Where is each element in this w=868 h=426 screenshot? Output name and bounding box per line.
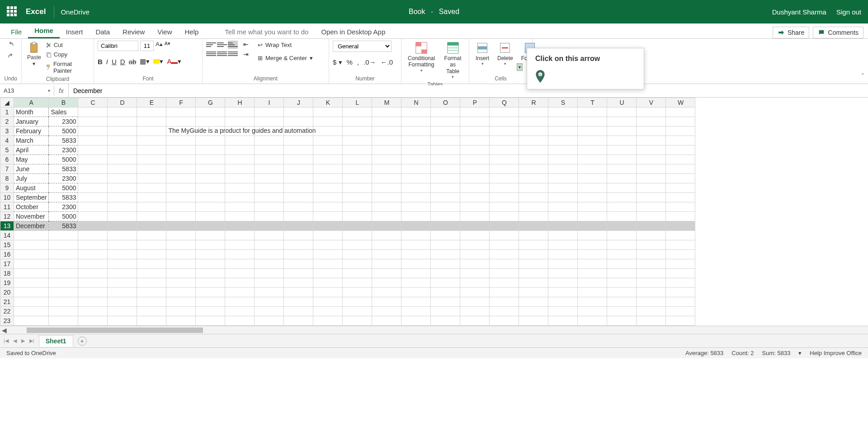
cell-L23[interactable] xyxy=(343,316,372,326)
cell-E11[interactable] xyxy=(137,202,166,212)
double-underline-button[interactable]: D xyxy=(120,58,125,66)
cell-H14[interactable] xyxy=(225,231,255,240)
cell-D7[interactable] xyxy=(108,164,137,174)
cell-F23[interactable] xyxy=(166,316,196,326)
cell-J21[interactable] xyxy=(284,297,313,307)
tab-view[interactable]: View xyxy=(151,25,178,38)
row-header-4[interactable]: 4 xyxy=(0,136,14,145)
col-header-T[interactable]: T xyxy=(578,98,607,108)
cell-S7[interactable] xyxy=(548,164,578,174)
cell-U15[interactable] xyxy=(607,240,637,250)
col-header-S[interactable]: S xyxy=(548,98,578,108)
cell-F6[interactable] xyxy=(166,155,196,164)
cell-C14[interactable] xyxy=(78,231,108,240)
cell-E5[interactable] xyxy=(137,145,166,155)
cell-W2[interactable] xyxy=(666,117,695,126)
cell-I12[interactable] xyxy=(255,212,284,221)
cell-B19[interactable] xyxy=(49,278,78,288)
cell-W20[interactable] xyxy=(666,288,695,297)
cell-F14[interactable] xyxy=(166,231,196,240)
cell-P1[interactable] xyxy=(460,108,490,117)
cell-B16[interactable] xyxy=(49,250,78,259)
cell-H13[interactable] xyxy=(225,221,255,231)
cell-M19[interactable] xyxy=(372,278,401,288)
cell-D4[interactable] xyxy=(108,136,137,145)
cell-C3[interactable] xyxy=(78,126,108,136)
cell-B12[interactable]: 5000 xyxy=(49,212,78,221)
cell-H10[interactable] xyxy=(225,193,255,202)
cell-L21[interactable] xyxy=(343,297,372,307)
cell-F3[interactable]: The MyGuide is a product for guides and … xyxy=(166,126,196,136)
cell-I16[interactable] xyxy=(255,250,284,259)
cell-S14[interactable] xyxy=(548,231,578,240)
col-header-E[interactable]: E xyxy=(137,98,166,108)
cell-O2[interactable] xyxy=(431,117,460,126)
cell-F22[interactable] xyxy=(166,307,196,316)
cell-W6[interactable] xyxy=(666,155,695,164)
cell-O20[interactable] xyxy=(431,288,460,297)
align-center[interactable] xyxy=(217,50,227,58)
cell-E20[interactable] xyxy=(137,288,166,297)
cell-K2[interactable] xyxy=(313,117,343,126)
cell-E19[interactable] xyxy=(137,278,166,288)
cell-L20[interactable] xyxy=(343,288,372,297)
cell-O8[interactable] xyxy=(431,174,460,183)
cell-P19[interactable] xyxy=(460,278,490,288)
cell-Q23[interactable] xyxy=(490,316,519,326)
cell-R21[interactable] xyxy=(519,297,548,307)
cell-W12[interactable] xyxy=(666,212,695,221)
cell-I23[interactable] xyxy=(255,316,284,326)
cell-S11[interactable] xyxy=(548,202,578,212)
cell-J14[interactable] xyxy=(284,231,313,240)
cell-D18[interactable] xyxy=(108,269,137,278)
cell-G19[interactable] xyxy=(196,278,225,288)
row-header-9[interactable]: 9 xyxy=(0,183,14,193)
cell-Q9[interactable] xyxy=(490,183,519,193)
cell-O13[interactable] xyxy=(431,221,460,231)
cell-Q1[interactable] xyxy=(490,108,519,117)
cell-Q20[interactable] xyxy=(490,288,519,297)
cell-B5[interactable]: 2300 xyxy=(49,145,78,155)
cell-P13[interactable] xyxy=(460,221,490,231)
cell-E12[interactable] xyxy=(137,212,166,221)
align-top[interactable] xyxy=(206,41,216,49)
cell-O21[interactable] xyxy=(431,297,460,307)
cell-I8[interactable] xyxy=(255,174,284,183)
document-name[interactable]: Book xyxy=(409,8,425,15)
cell-N2[interactable] xyxy=(401,117,431,126)
cell-B10[interactable]: 5833 xyxy=(49,193,78,202)
cell-V2[interactable] xyxy=(637,117,666,126)
cell-Q17[interactable] xyxy=(490,259,519,269)
cell-P14[interactable] xyxy=(460,231,490,240)
cell-T14[interactable] xyxy=(578,231,607,240)
cell-D5[interactable] xyxy=(108,145,137,155)
cell-V14[interactable] xyxy=(637,231,666,240)
cell-A8[interactable]: July xyxy=(14,174,49,183)
cell-B20[interactable] xyxy=(49,288,78,297)
cell-C18[interactable] xyxy=(78,269,108,278)
align-right[interactable] xyxy=(228,50,238,58)
cell-K9[interactable] xyxy=(313,183,343,193)
cell-G16[interactable] xyxy=(196,250,225,259)
fill-color-button[interactable]: ▾ xyxy=(153,57,163,66)
cell-I22[interactable] xyxy=(255,307,284,316)
cell-G4[interactable] xyxy=(196,136,225,145)
conditional-formatting-button[interactable]: Conditional Formatting▾ xyxy=(405,41,438,74)
cell-Q12[interactable] xyxy=(490,212,519,221)
cell-P2[interactable] xyxy=(460,117,490,126)
cell-B14[interactable] xyxy=(49,231,78,240)
cell-O5[interactable] xyxy=(431,145,460,155)
cell-E17[interactable] xyxy=(137,259,166,269)
cell-C13[interactable] xyxy=(78,221,108,231)
row-header-10[interactable]: 10 xyxy=(0,193,14,202)
cell-T9[interactable] xyxy=(578,183,607,193)
cell-L10[interactable] xyxy=(343,193,372,202)
cell-T10[interactable] xyxy=(578,193,607,202)
cell-D23[interactable] xyxy=(108,316,137,326)
cell-O22[interactable] xyxy=(431,307,460,316)
cell-R1[interactable] xyxy=(519,108,548,117)
cell-M17[interactable] xyxy=(372,259,401,269)
cell-W17[interactable] xyxy=(666,259,695,269)
cell-I21[interactable] xyxy=(255,297,284,307)
cell-G1[interactable] xyxy=(196,108,225,117)
